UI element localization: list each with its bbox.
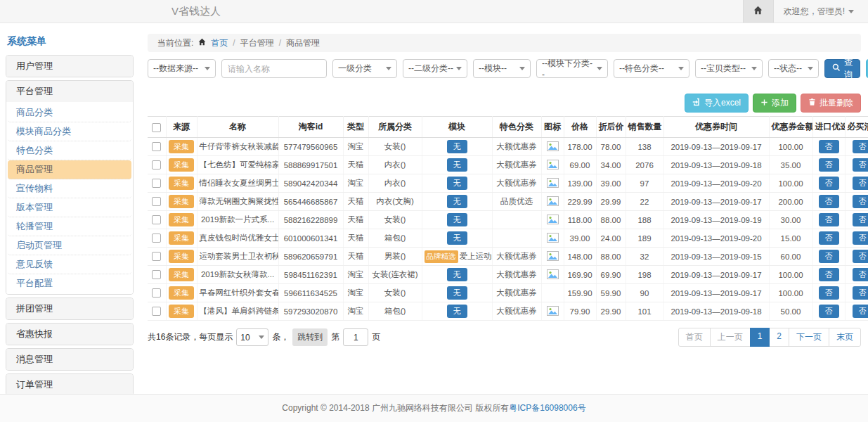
breadcrumb-home-link[interactable]: 首页 — [211, 37, 228, 49]
sidebar-item[interactable]: 商品管理 — [8, 160, 131, 179]
sidebar-group-header[interactable]: 用户管理 — [6, 56, 133, 77]
sidebar-item[interactable]: 商品分类 — [8, 103, 131, 122]
cell-thumbnail — [541, 156, 564, 174]
filter-data-source[interactable]: --数据来源-- — [148, 59, 216, 78]
sidebar-group-header[interactable]: 省惠快报 — [6, 324, 133, 345]
page-1[interactable]: 1 — [750, 328, 770, 347]
import-select-toggle[interactable]: 否 — [819, 231, 839, 245]
row-checkbox[interactable] — [152, 197, 161, 206]
sidebar-item[interactable]: 特色分类 — [8, 141, 131, 160]
module-none-badge[interactable]: 无 — [447, 305, 467, 318]
row-checkbox[interactable] — [152, 270, 161, 279]
source-badge[interactable]: 采集 — [169, 140, 194, 153]
search-button[interactable]: 查询 — [824, 59, 860, 78]
row-checkbox[interactable] — [152, 288, 161, 298]
product-type: 淘宝 — [343, 138, 368, 156]
sidebar-group-header[interactable]: 平台管理 — [6, 81, 133, 102]
filter-module-subcategory[interactable]: --模块下分类-- — [536, 59, 608, 78]
module-none-badge[interactable]: 无 — [447, 177, 467, 190]
module-none-badge[interactable]: 无 — [447, 158, 467, 172]
import-select-toggle[interactable]: 否 — [819, 140, 839, 153]
module-none-badge[interactable]: 无 — [447, 213, 467, 226]
import-select-toggle[interactable]: 否 — [819, 305, 839, 318]
page-number-input[interactable] — [343, 328, 368, 346]
source-badge[interactable]: 采集 — [169, 231, 194, 245]
row-checkbox[interactable] — [152, 252, 161, 261]
sidebar-item[interactable]: 平台配置 — [8, 274, 131, 293]
must-buy-toggle[interactable]: 否 — [853, 305, 868, 318]
sidebar-group-header[interactable]: 消息管理 — [6, 349, 133, 370]
filter-feature-category[interactable]: --特色分类-- — [614, 59, 689, 78]
batch-delete-button[interactable]: 批量删除 — [801, 94, 861, 113]
module-none-badge[interactable]: 无 — [447, 140, 467, 153]
sidebar-item[interactable]: 宣传物料 — [8, 179, 131, 198]
must-buy-toggle[interactable]: 否 — [853, 213, 868, 226]
sidebar-group-header[interactable]: 订单管理 — [6, 374, 133, 395]
source-badge[interactable]: 采集 — [169, 250, 194, 263]
must-buy-toggle[interactable]: 否 — [853, 231, 868, 245]
import-select-toggle[interactable]: 否 — [819, 195, 839, 208]
user-menu[interactable]: 欢迎您，管理员! — [774, 6, 868, 18]
row-checkbox[interactable] — [152, 179, 161, 188]
add-button[interactable]: 添加 — [753, 94, 796, 113]
sidebar-item[interactable]: 轮播管理 — [8, 217, 131, 236]
filter-module[interactable]: --模块-- — [473, 59, 531, 78]
must-buy-toggle[interactable]: 否 — [853, 268, 868, 281]
source-badge[interactable]: 采集 — [169, 213, 194, 226]
module-none-badge[interactable]: 无 — [447, 195, 467, 208]
source-badge[interactable]: 采集 — [169, 177, 194, 190]
jump-button[interactable]: 跳转到 — [292, 328, 328, 346]
row-checkbox[interactable] — [152, 307, 161, 316]
page-next[interactable]: 下一页 — [789, 328, 829, 347]
column-header: 模块 — [422, 117, 492, 138]
filter-item-type[interactable]: --宝贝类型-- — [695, 59, 763, 78]
page-first[interactable]: 首页 — [678, 328, 711, 347]
source-badge[interactable]: 采集 — [169, 305, 194, 318]
icp-link[interactable]: 粤ICP备16098006号 — [509, 402, 585, 414]
must-buy-toggle[interactable]: 否 — [853, 140, 868, 153]
must-buy-toggle[interactable]: 否 — [853, 177, 868, 190]
page-2[interactable]: 2 — [769, 328, 789, 347]
home-button[interactable] — [743, 0, 774, 23]
name-search-input[interactable] — [221, 59, 327, 78]
taoke-id: 596611634525 — [278, 284, 343, 302]
per-page-select[interactable]: 10 — [236, 328, 268, 346]
must-buy-toggle[interactable]: 否 — [853, 250, 868, 263]
row-checkbox[interactable] — [152, 142, 161, 151]
import-select-toggle[interactable]: 否 — [819, 286, 839, 300]
module-none-badge[interactable]: 无 — [447, 268, 467, 281]
must-buy-toggle[interactable]: 否 — [853, 195, 868, 208]
module-none-badge[interactable]: 无 — [447, 286, 467, 300]
filter-status[interactable]: --状态-- — [768, 59, 819, 78]
page-prev[interactable]: 上一页 — [710, 328, 751, 347]
row-checkbox[interactable] — [152, 234, 161, 243]
must-buy-toggle[interactable]: 否 — [853, 158, 868, 172]
import-select-toggle[interactable]: 否 — [819, 213, 839, 226]
page-last[interactable]: 末页 — [829, 328, 861, 347]
import-select-toggle[interactable]: 否 — [819, 250, 839, 263]
import-select-toggle[interactable]: 否 — [819, 158, 839, 172]
sidebar-item[interactable]: 意见反馈 — [8, 255, 131, 274]
import-excel-button[interactable]: 导入excel — [685, 94, 749, 113]
select-all-checkbox[interactable] — [152, 123, 161, 132]
sidebar-item[interactable]: 模块商品分类 — [8, 122, 131, 141]
source-badge[interactable]: 采集 — [169, 158, 194, 172]
row-checkbox[interactable] — [152, 215, 161, 224]
sidebar-item[interactable]: 启动页管理 — [8, 236, 131, 255]
taoke-id: 601000601341 — [278, 229, 343, 248]
source-badge[interactable]: 采集 — [169, 268, 194, 281]
filter-level1-category[interactable]: 一级分类 — [332, 59, 397, 78]
must-buy-toggle[interactable]: 否 — [853, 286, 868, 300]
table-row: 采集运动套装男士卫衣初秋...589620659791天猫男装()品牌精选爱上运… — [148, 248, 868, 266]
filter-level2-category[interactable]: --二级分类-- — [403, 59, 467, 78]
import-select-toggle[interactable]: 否 — [819, 177, 839, 190]
sidebar-item[interactable]: 版本管理 — [8, 198, 131, 217]
sidebar-group-header[interactable]: 拼团管理 — [6, 298, 133, 319]
source-badge[interactable]: 采集 — [169, 195, 194, 208]
module-brand-badge[interactable]: 品牌精选 — [425, 250, 458, 263]
coupon-period: 2019-09-13—2019-09-20 — [663, 229, 769, 248]
row-checkbox[interactable] — [152, 160, 161, 170]
module-none-badge[interactable]: 无 — [447, 231, 467, 245]
source-badge[interactable]: 采集 — [169, 286, 194, 300]
import-select-toggle[interactable]: 否 — [819, 268, 839, 281]
